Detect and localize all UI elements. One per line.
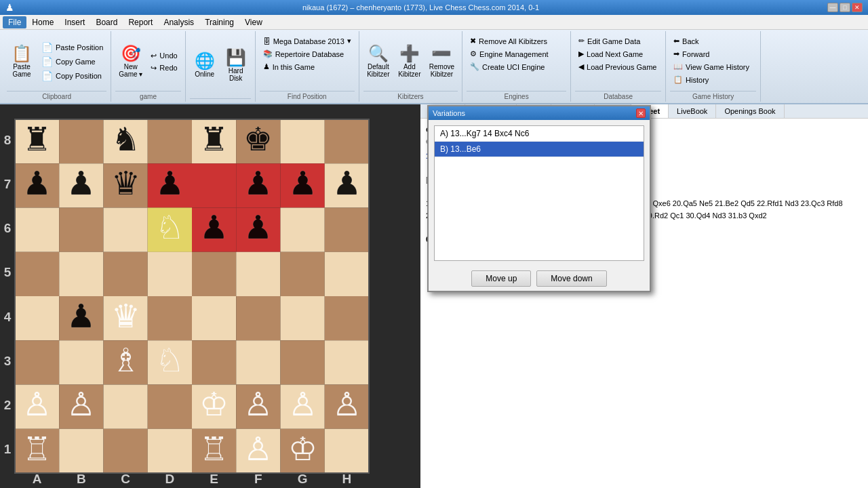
paste-game-label: PasteGame: [12, 63, 31, 78]
menu-insert[interactable]: Insert: [59, 16, 90, 28]
variation-item-b[interactable]: B) 13...Be6: [435, 142, 644, 157]
redo-button[interactable]: ↪ Redo: [147, 62, 180, 74]
prev-icon: ◀: [578, 62, 584, 71]
window-controls[interactable]: — □ ✕: [827, 3, 863, 12]
variations-titlebar: Variations ✕: [429, 106, 650, 120]
hard-disk-icon: 💾: [226, 49, 246, 66]
load-next-game-button[interactable]: ▶ Load Next Game: [575, 48, 661, 60]
history-icon: 📖: [673, 62, 683, 71]
view-game-history-label: View Game History: [686, 63, 749, 71]
variation-item-a[interactable]: A) 13...Kg7 14 Bxc4 Nc6: [435, 126, 644, 142]
create-uci-button[interactable]: 🔧 Create UCI Engine: [467, 61, 566, 73]
back-button[interactable]: ⬅ Back: [670, 35, 756, 47]
in-this-game-button[interactable]: ♟ In this Game: [260, 61, 355, 73]
menu-analysis[interactable]: Analysis: [158, 16, 199, 28]
engine-management-button[interactable]: ⚙ Engine Management: [467, 48, 566, 60]
online-button[interactable]: 🌐 Online: [190, 51, 220, 80]
history-button[interactable]: 📋 History: [670, 74, 756, 85]
add-kibitzer-button[interactable]: ➕ AddKibitzer: [395, 43, 425, 80]
kibitzers-label: Kibitzers: [363, 91, 458, 100]
clipboard-group: 📋 PasteGame 📄 Paste Position 📄 Copy Game…: [3, 31, 111, 102]
copy-position-button[interactable]: 📄 Copy Position: [38, 69, 106, 83]
load-next-game-label: Load Next Game: [587, 50, 643, 58]
engine-icon: ⚙: [470, 49, 477, 58]
menu-report[interactable]: Report: [123, 16, 158, 28]
maximize-button[interactable]: □: [840, 3, 850, 12]
edit-icon: ✏: [578, 37, 585, 45]
titlebar: ♟ nikaua (1672) – chenheryanto (1773), L…: [0, 0, 868, 15]
variations-close-button[interactable]: ✕: [636, 108, 646, 118]
menu-home[interactable]: Home: [26, 16, 59, 28]
forward-button[interactable]: ➡ Forward: [670, 48, 756, 60]
close-button[interactable]: ✕: [852, 3, 863, 12]
ribbon: 📋 PasteGame 📄 Paste Position 📄 Copy Game…: [0, 30, 868, 104]
kibitzers-group: 🔍 DefaultKibitzer ➕ AddKibitzer ➖ Remove…: [359, 31, 462, 102]
in-this-game-label: In this Game: [273, 63, 315, 71]
dropdown-icon: ▾: [347, 37, 351, 45]
tab-livebook[interactable]: LiveBook: [669, 104, 716, 118]
database-icon: 🗄: [263, 37, 271, 45]
online-group-label: [190, 98, 251, 100]
copy-game-button[interactable]: 📄 Copy Game: [38, 55, 106, 68]
load-previous-game-button[interactable]: ◀ Load Previous Game: [575, 61, 661, 73]
tab-openings[interactable]: Openings Book: [716, 104, 784, 118]
clipboard-buttons: 📋 PasteGame 📄 Paste Position 📄 Copy Game…: [7, 33, 106, 91]
menu-training[interactable]: Training: [199, 16, 239, 28]
next-icon: ▶: [578, 49, 584, 58]
database-group: ✏ Edit Game Data ▶ Load Next Game ◀ Load…: [571, 31, 666, 102]
database-label: Database: [575, 91, 661, 100]
find-position-label: Find Position: [260, 91, 355, 100]
copy-game-icon: 📄: [41, 56, 53, 67]
mega-database-button[interactable]: 🗄 Mega Database 2013 ▾: [260, 35, 355, 47]
minimize-button[interactable]: —: [827, 3, 838, 12]
paste-game-button[interactable]: 📋 PasteGame: [7, 43, 37, 80]
move-down-button[interactable]: Move down: [536, 270, 606, 287]
chess-board[interactable]: [0, 104, 420, 488]
remove-kibitzer-button[interactable]: ➖ RemoveKibitzer: [426, 43, 458, 80]
find-position-group: 🗄 Mega Database 2013 ▾ 📚 Repertoire Data…: [256, 31, 359, 102]
game-group: 🎯 NewGame ▾ ↩ Undo ↪ Redo game: [111, 31, 185, 102]
repertoire-icon: 📚: [263, 49, 273, 58]
remove-all-kibitzers-button[interactable]: ✖ Remove All Kibitzers: [467, 35, 566, 47]
variations-list[interactable]: A) 13...Kg7 14 Bxc4 Nc6 B) 13...Be6: [434, 125, 644, 261]
repertoire-database-button[interactable]: 📚 Repertoire Database: [260, 48, 355, 60]
variations-title: Variations: [433, 109, 465, 117]
default-kibitzer-button[interactable]: 🔍 DefaultKibitzer: [363, 43, 393, 80]
add-kibitzer-icon: ➕: [399, 45, 420, 62]
engines-group: ✖ Remove All Kibitzers ⚙ Engine Manageme…: [462, 31, 571, 102]
back-label: Back: [682, 37, 698, 45]
edit-game-data-button[interactable]: ✏ Edit Game Data: [575, 35, 661, 47]
game-history-group: ⬅ Back ➡ Forward 📖 View Game History 📋 H…: [666, 31, 761, 102]
online-icon: 🌐: [195, 53, 215, 69]
uci-icon: 🔧: [470, 62, 479, 71]
forward-icon: ➡: [673, 49, 679, 58]
default-kibitzer-label: DefaultKibitzer: [367, 63, 389, 78]
remove-all-label: Remove All Kibitzers: [479, 37, 547, 45]
menu-file[interactable]: File: [3, 16, 26, 28]
forward-label: Forward: [682, 50, 709, 58]
variations-dialog: Variations ✕ A) 13...Kg7 14 Bxc4 Nc6 B) …: [427, 105, 651, 292]
game-label: game: [115, 91, 180, 100]
online-label: Online: [195, 70, 214, 78]
copy-position-icon: 📄: [41, 70, 53, 81]
menu-board[interactable]: Board: [90, 16, 123, 28]
new-game-icon: 🎯: [121, 45, 141, 62]
online-buttons: 🌐 Online 💾 HardDisk: [190, 33, 251, 98]
paste-position-button[interactable]: 📄 Paste Position: [38, 41, 106, 54]
edit-game-data-label: Edit Game Data: [587, 37, 640, 45]
remove-kibitzer-icon: ➖: [431, 45, 452, 62]
remove-all-icon: ✖: [470, 37, 476, 45]
undo-button[interactable]: ↩ Undo: [147, 50, 180, 62]
undo-label: Undo: [159, 52, 177, 60]
history2-icon: 📋: [673, 75, 683, 84]
new-game-button[interactable]: 🎯 NewGame ▾: [115, 43, 146, 80]
in-game-icon: ♟: [263, 62, 270, 71]
undo-redo-buttons: ↩ Undo ↪ Redo: [147, 50, 180, 74]
undo-icon: ↩: [151, 52, 157, 60]
hard-disk-button[interactable]: 💾 HardDisk: [221, 47, 251, 84]
menu-view[interactable]: View: [239, 16, 268, 28]
repertoire-database-label: Repertoire Database: [275, 50, 344, 58]
back-icon: ⬅: [673, 37, 679, 45]
move-up-button[interactable]: Move up: [471, 270, 531, 287]
view-game-history-button[interactable]: 📖 View Game History: [670, 61, 756, 73]
